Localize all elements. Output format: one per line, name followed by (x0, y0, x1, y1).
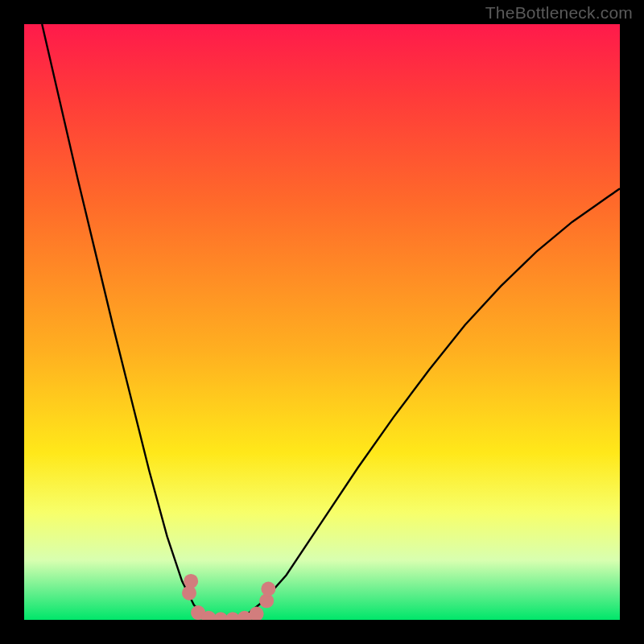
plot-area (24, 24, 620, 620)
marker-group (182, 574, 275, 620)
data-marker (184, 574, 198, 588)
watermark-text: TheBottleneck.com (485, 3, 633, 23)
data-marker (261, 582, 275, 597)
chart-frame: TheBottleneck.com (0, 0, 644, 644)
data-marker (250, 607, 264, 620)
markers-svg (24, 24, 620, 620)
